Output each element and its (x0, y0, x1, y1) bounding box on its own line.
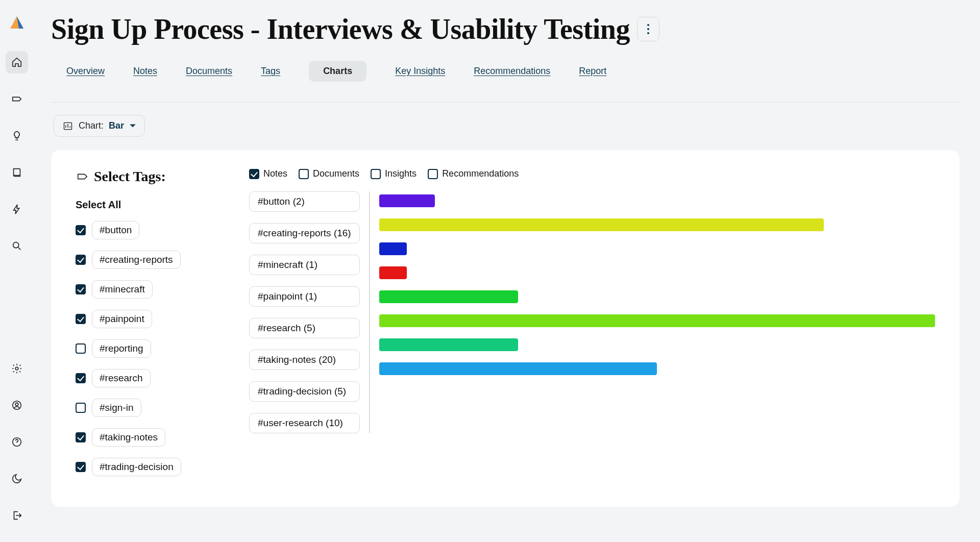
tab-key-insights[interactable]: Key Insights (395, 66, 445, 82)
nav-settings-icon[interactable] (6, 357, 28, 380)
nav-idea-icon[interactable] (6, 125, 28, 147)
tag-row: #creating-reports (76, 251, 224, 269)
tab-report[interactable]: Report (579, 66, 606, 82)
svg-point-3 (15, 367, 18, 370)
tag-row: #reporting (76, 339, 224, 358)
tag-chip[interactable]: #reporting (92, 339, 151, 358)
filter-documents[interactable]: Documents (299, 168, 359, 179)
tag-checkbox[interactable] (76, 225, 86, 235)
filter-checkbox[interactable] (371, 169, 381, 179)
tag-chip[interactable]: #painpoint (92, 310, 152, 328)
chart-bar-track (379, 194, 935, 207)
chart-bar-track (379, 362, 935, 375)
tag-outline-icon (76, 171, 89, 182)
main: Sign Up Process - Interviews & Usability… (33, 0, 980, 542)
page-menu-button[interactable] (637, 17, 659, 41)
select-all-button[interactable]: Select All (76, 199, 224, 211)
tab-documents[interactable]: Documents (186, 66, 232, 82)
tag-row: #sign-in (76, 399, 224, 417)
tag-row: #taking-notes (76, 428, 224, 447)
tag-chip[interactable]: #sign-in (92, 399, 141, 417)
tag-chip[interactable]: #minecraft (92, 280, 153, 299)
content-filters: NotesDocumentsInsightsRecommendations (249, 168, 935, 179)
nav-help-icon[interactable] (6, 431, 28, 453)
chart-bar-track (379, 242, 935, 255)
chart-bar (379, 338, 518, 351)
filter-label: Insights (385, 168, 416, 179)
nav-search-icon[interactable] (6, 235, 28, 257)
bar-chart-icon (62, 121, 74, 131)
tag-row: #painpoint (76, 310, 224, 328)
tabs: OverviewNotesDocumentsTagsChartsKey Insi… (51, 66, 960, 82)
divider (51, 102, 960, 103)
chart-bars (379, 191, 935, 433)
tag-chip[interactable]: #trading-decision (92, 458, 181, 476)
chart-row-label[interactable]: #painpoint (1) (249, 286, 360, 307)
filter-label: Recommendations (442, 168, 519, 179)
filter-checkbox[interactable] (249, 169, 259, 179)
tag-chip[interactable]: #taking-notes (92, 428, 165, 447)
chart-category-labels: #button (2)#creating-reports (16)#minecr… (249, 191, 370, 433)
caret-down-icon (129, 122, 136, 130)
filter-recommendations[interactable]: Recommendations (428, 168, 519, 179)
app-logo (9, 15, 24, 31)
chart-bar (379, 290, 518, 303)
tab-overview[interactable]: Overview (66, 66, 105, 82)
chart-row-label[interactable]: #trading-decision (5) (249, 381, 360, 402)
tag-checkbox[interactable] (76, 432, 86, 442)
select-tags-label: Select Tags: (94, 168, 166, 185)
svg-point-5 (15, 403, 18, 406)
svg-point-2 (13, 242, 18, 248)
filter-label: Notes (263, 168, 287, 179)
tag-list: #button#creating-reports#minecraft#painp… (76, 221, 224, 476)
chart-bar (379, 218, 824, 231)
chart-type-selector[interactable]: Chart: Bar (54, 115, 145, 137)
tab-tags[interactable]: Tags (261, 66, 280, 82)
filter-insights[interactable]: Insights (371, 168, 416, 179)
tag-checkbox[interactable] (76, 284, 86, 294)
tag-chip[interactable]: #button (92, 221, 139, 239)
chart-row-label[interactable]: #minecraft (1) (249, 255, 360, 275)
svg-point-7 (647, 24, 649, 26)
nav-account-icon[interactable] (6, 394, 28, 416)
chart-type-value: Bar (109, 120, 124, 131)
nav-theme-icon[interactable] (6, 467, 28, 490)
page-title: Sign Up Process - Interviews & Usability… (51, 13, 630, 45)
chart-bar-track (379, 314, 935, 327)
tab-charts[interactable]: Charts (309, 61, 366, 82)
filter-label: Documents (313, 168, 359, 179)
nav-tag-icon[interactable] (6, 88, 28, 110)
tab-recommendations[interactable]: Recommendations (474, 66, 550, 82)
chart-row-label[interactable]: #research (5) (249, 318, 360, 338)
nav-book-icon[interactable] (6, 161, 28, 184)
chart-row-label[interactable]: #button (2) (249, 191, 360, 212)
tab-notes[interactable]: Notes (133, 66, 157, 82)
nav-home-icon[interactable] (6, 51, 28, 73)
tag-checkbox[interactable] (76, 403, 86, 413)
chart-panel: Select Tags: Select All #button#creating… (51, 150, 960, 507)
tag-row: #minecraft (76, 280, 224, 299)
tag-row: #research (76, 369, 224, 387)
filter-checkbox[interactable] (299, 169, 309, 179)
tag-checkbox[interactable] (76, 462, 86, 472)
bar-chart: #button (2)#creating-reports (16)#minecr… (249, 191, 935, 433)
svg-point-8 (647, 28, 649, 30)
filter-checkbox[interactable] (428, 169, 438, 179)
chart-row-label[interactable]: #taking-notes (20) (249, 350, 360, 370)
tag-chip[interactable]: #creating-reports (92, 251, 181, 269)
chart-bar (379, 242, 407, 255)
chart-row-label[interactable]: #user-research (10) (249, 413, 360, 433)
chart-bar (379, 266, 407, 279)
tag-checkbox[interactable] (76, 255, 86, 265)
tag-chip[interactable]: #research (92, 369, 151, 387)
chart-row-label[interactable]: #creating-reports (16) (249, 223, 360, 243)
tag-checkbox[interactable] (76, 343, 86, 354)
nav-bolt-icon[interactable] (6, 198, 28, 220)
tag-checkbox[interactable] (76, 314, 86, 324)
select-tags-heading: Select Tags: (76, 168, 224, 185)
nav-logout-icon[interactable] (6, 504, 28, 527)
filter-notes[interactable]: Notes (249, 168, 287, 179)
tag-checkbox[interactable] (76, 373, 86, 383)
chart-bar-track (379, 218, 935, 231)
svg-point-9 (647, 32, 649, 34)
